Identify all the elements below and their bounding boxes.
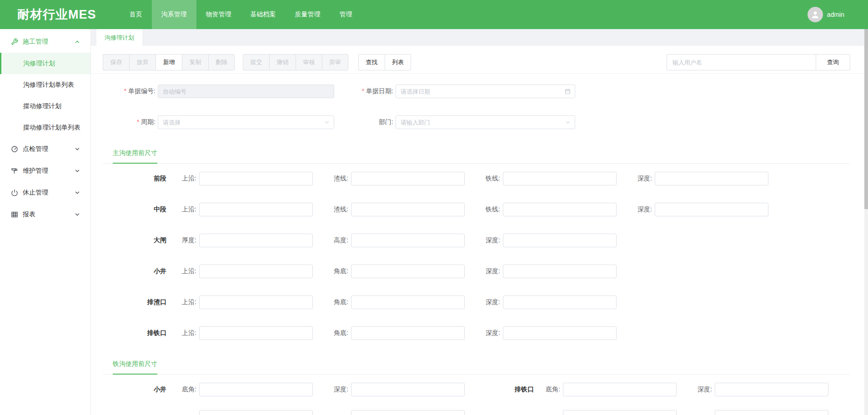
row-name: 小井 — [103, 385, 166, 394]
delete-button[interactable]: 删除 — [208, 54, 235, 70]
section-title: 铁沟使用前尺寸 — [113, 360, 157, 375]
field-label: 渣线 — [313, 205, 351, 214]
dim-input[interactable] — [655, 203, 768, 216]
dim-input[interactable] — [351, 326, 465, 340]
field-label: 上沿 — [166, 329, 199, 337]
audit-button[interactable]: 审核 — [296, 54, 322, 70]
nav-item-archives[interactable]: 基础档案 — [241, 0, 286, 29]
dim-input[interactable] — [503, 172, 617, 185]
sidebar-group-label: 报表 — [23, 210, 35, 219]
section-header-iron-trough: 铁沟使用前尺寸 — [103, 360, 850, 375]
sidebar-group-inspection[interactable]: 点检管理 — [0, 138, 90, 160]
row-name: 前段 — [103, 175, 166, 183]
dim-input[interactable] — [503, 295, 617, 309]
unaudit-button[interactable]: 弃审 — [322, 54, 348, 70]
field-label: 上沿 — [166, 205, 199, 214]
sidebar-item-gou-repair-plan[interactable]: 沟修理计划 — [0, 53, 90, 74]
dim-input[interactable] — [563, 383, 677, 396]
doc-no-label: 单据编号 — [103, 87, 158, 95]
dim-input[interactable] — [199, 295, 313, 309]
dim-input[interactable] — [351, 203, 465, 216]
find-button[interactable]: 查找 — [358, 54, 385, 70]
search-input[interactable] — [667, 54, 816, 70]
row-name: 排铁口 — [103, 329, 166, 337]
dept-select[interactable] — [396, 115, 575, 129]
save-button[interactable]: 保存 — [103, 54, 129, 70]
discard-button[interactable]: 放弃 — [129, 54, 156, 70]
dim-input[interactable] — [199, 172, 313, 185]
section-header-main-trough: 主沟使用前尺寸 — [103, 149, 850, 164]
dim-input[interactable] — [351, 295, 465, 309]
dim-input[interactable] — [655, 172, 768, 185]
doc-no-wrap — [158, 85, 334, 98]
sidebar-group-shutdown[interactable]: 休止管理 — [0, 182, 90, 204]
tab-bar: 沟修理计划 — [91, 29, 868, 46]
dim-row-iron-outlet: 排铁口 上沿 角底 深度 — [91, 326, 868, 340]
dim-row-iron-trough: 小井 底角 深度 排铁口 底角 深度 — [91, 383, 868, 396]
dim-input[interactable] — [199, 265, 313, 278]
sidebar-group-label: 休止管理 — [23, 189, 48, 197]
dim-input[interactable] — [199, 326, 313, 340]
user-menu[interactable]: admin — [808, 0, 844, 29]
chevron-down-icon — [74, 190, 80, 196]
submit-button[interactable]: 提交 — [243, 54, 269, 70]
dim-input[interactable] — [351, 234, 465, 247]
nav-item-quality[interactable]: 质量管理 — [286, 0, 330, 29]
dim-input[interactable] — [503, 203, 617, 216]
field-label: 厚度 — [166, 236, 199, 245]
dim-input[interactable] — [199, 383, 313, 396]
dim-input[interactable] — [199, 410, 313, 415]
field-label: 铁线 — [465, 175, 503, 183]
table-icon — [11, 211, 18, 218]
tab-gou-repair-plan[interactable]: 沟修理计划 — [96, 29, 142, 46]
list-button[interactable]: 列表 — [385, 54, 411, 70]
dim-input[interactable] — [563, 410, 677, 415]
dim-input[interactable] — [503, 326, 617, 340]
sidebar-item-swing-repair-plan[interactable]: 摆动修理计划 — [0, 95, 90, 117]
copy-button[interactable]: 复制 — [182, 54, 208, 70]
cycle-select[interactable] — [158, 115, 334, 129]
form-row-doc: 单据编号 单据日期 — [91, 85, 868, 98]
revoke-button[interactable]: 撤销 — [269, 54, 296, 70]
roller-icon — [11, 167, 18, 175]
row-name: 排渣口 — [103, 298, 166, 306]
dim-input[interactable] — [503, 234, 617, 247]
nav-item-materials[interactable]: 物资管理 — [196, 0, 241, 29]
sidebar-group-maintenance[interactable]: 维护管理 — [0, 160, 90, 182]
doc-date-label: 单据日期 — [334, 87, 396, 95]
toolbar: 保存 放弃 新增 复制 删除 提交 撤销 审核 弃审 查找 列表 — [91, 46, 868, 74]
dim-input[interactable] — [503, 265, 617, 278]
dim-input[interactable] — [351, 172, 465, 185]
power-icon — [11, 189, 18, 196]
form-row-cycle: 周期 部门 — [91, 115, 868, 129]
sidebar-group-construction[interactable]: 施工管理 — [0, 31, 90, 53]
dim-input[interactable] — [715, 410, 828, 415]
sidebar: 施工管理 沟修理计划 沟修理计划单列表 摆动修理计划 摆动修理计划单列表 点检管… — [0, 29, 91, 415]
main-menu: 首页 沟系管理 物资管理 基础档案 质量管理 管理 — [120, 0, 362, 29]
nav-item-admin[interactable]: 管理 — [330, 0, 362, 29]
dept-wrap — [396, 115, 575, 129]
dim-input[interactable] — [351, 383, 465, 396]
dim-row-gate: 大闸 厚度 高度 深度 — [91, 234, 868, 247]
dim-input[interactable] — [199, 203, 313, 216]
nav-item-home[interactable]: 首页 — [120, 0, 152, 29]
dim-input[interactable] — [351, 265, 465, 278]
scrollbar[interactable] — [864, 29, 868, 415]
scrollbar-thumb[interactable] — [864, 29, 868, 209]
dim-input[interactable] — [351, 410, 465, 415]
sidebar-item-gou-repair-plan-list[interactable]: 沟修理计划单列表 — [0, 74, 90, 95]
username: admin — [827, 11, 844, 18]
doc-date-field[interactable] — [396, 85, 575, 98]
sidebar-item-swing-repair-plan-list[interactable]: 摆动修理计划单列表 — [0, 117, 90, 138]
nav-item-gouxi[interactable]: 沟系管理 — [152, 0, 196, 29]
row-name: 大闸 — [103, 236, 166, 245]
field-label: 铁线 — [465, 205, 503, 214]
field-label: 底角 — [534, 385, 563, 394]
toolbar-group-view: 查找 列表 — [358, 54, 411, 70]
dim-input[interactable] — [199, 234, 313, 247]
dim-input[interactable] — [715, 383, 828, 396]
dept-label: 部门 — [334, 118, 396, 126]
add-button[interactable]: 新增 — [156, 54, 182, 70]
sidebar-group-reports[interactable]: 报表 — [0, 204, 90, 225]
query-button[interactable]: 查询 — [816, 54, 850, 70]
